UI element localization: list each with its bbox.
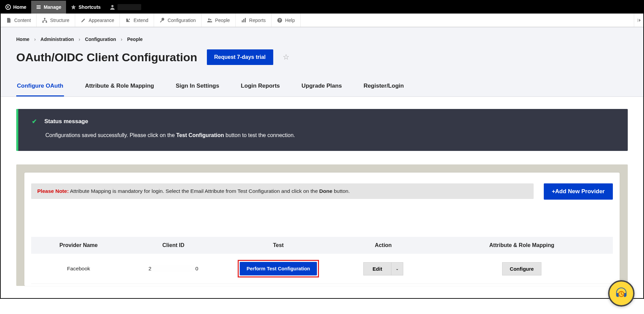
breadcrumb-people[interactable]: People	[127, 37, 143, 42]
test-button-highlight: Perform Test Configuration	[238, 260, 319, 277]
svg-rect-8	[243, 19, 244, 22]
page-header-region: Home › Administration › Configuration › …	[1, 27, 643, 97]
cell-test: Perform Test Configuration	[224, 260, 332, 277]
breadcrumb-sep: ›	[121, 37, 123, 42]
th-test: Test	[224, 242, 332, 248]
toolbar-configuration-label: Configuration	[168, 18, 196, 23]
providers-table: Provider Name Client ID Test Action Attr…	[31, 237, 613, 284]
favorite-star-icon[interactable]: ☆	[283, 53, 289, 62]
svg-point-1	[111, 5, 113, 7]
perform-test-configuration-button[interactable]: Perform Test Configuration	[240, 262, 317, 275]
toolbar-structure-label: Structure	[50, 18, 69, 23]
status-body: Configurations saved successfully. Pleas…	[32, 131, 614, 139]
breadcrumb-admin[interactable]: Administration	[41, 37, 74, 42]
toolbar-appearance-label: Appearance	[89, 18, 114, 23]
topbar-shortcuts[interactable]: Shortcuts	[66, 1, 105, 14]
toolbar-content[interactable]: Content	[1, 14, 37, 27]
toolbar-help[interactable]: ? Help	[272, 14, 301, 27]
topbar-manage-label: Manage	[44, 4, 61, 10]
file-icon	[6, 18, 12, 23]
note-text-post: button.	[332, 188, 350, 194]
request-trial-button[interactable]: Request 7-days trial	[207, 49, 273, 65]
toolbar-extend[interactable]: Extend	[120, 14, 154, 27]
edit-split-button: Edit ⌄	[363, 262, 403, 275]
tab-signin-settings[interactable]: Sign In Settings	[175, 78, 220, 96]
th-action: Action	[332, 242, 434, 248]
status-body-pre: Configurations saved successfully. Pleas…	[45, 132, 176, 138]
puzzle-icon	[125, 18, 131, 23]
local-tabs: Configure OAuth Attribute & Role Mapping…	[16, 78, 628, 96]
status-message-box: ✔ Status message Configurations saved su…	[16, 109, 628, 151]
svg-rect-9	[245, 18, 246, 22]
structure-icon	[42, 18, 47, 23]
back-circle-icon	[5, 4, 11, 10]
svg-rect-4	[46, 21, 47, 23]
add-new-provider-button[interactable]: +Add New Provider	[544, 183, 613, 200]
main-content: ✔ Status message Configurations saved su…	[1, 97, 643, 298]
toolbar-extend-label: Extend	[133, 18, 148, 23]
breadcrumb-sep: ›	[79, 37, 80, 42]
client-id-suffix: 0	[195, 266, 198, 272]
th-attr-mapping: Attribute & Role Mapping	[434, 242, 609, 248]
chevron-down-icon: ⌄	[395, 266, 399, 271]
tab-upgrade-plans[interactable]: Upgrade Plans	[301, 78, 343, 96]
card-outer: Please Note: Attribute Mapping is mandat…	[16, 164, 628, 286]
tab-register-login[interactable]: Register/Login	[363, 78, 405, 96]
cell-attr-mapping: Configure	[434, 262, 609, 275]
edit-dropdown-toggle[interactable]: ⌄	[391, 262, 403, 275]
star-icon	[71, 4, 76, 10]
wrench-icon	[159, 18, 165, 23]
status-title: Status message	[44, 118, 88, 125]
svg-point-0	[6, 5, 10, 9]
please-note-box: Please Note: Attribute Mapping is mandat…	[31, 183, 534, 199]
note-label: Please Note:	[37, 188, 69, 194]
tab-configure-oauth[interactable]: Configure OAuth	[16, 78, 64, 96]
table-header-row: Provider Name Client ID Test Action Attr…	[31, 237, 613, 254]
toolbar-reports-label: Reports	[249, 18, 266, 23]
bar-chart-icon	[241, 18, 246, 23]
paintbrush-icon	[81, 18, 86, 23]
topbar-back-home[interactable]: Home	[1, 1, 31, 14]
hamburger-icon	[36, 4, 41, 10]
configure-mapping-button[interactable]: Configure	[502, 262, 542, 275]
status-body-bold: Test Configuration	[176, 132, 224, 138]
user-name-redacted	[117, 4, 141, 10]
note-bold: Done	[319, 188, 332, 194]
svg-point-6	[210, 19, 211, 20]
toolbar-appearance[interactable]: Appearance	[75, 14, 120, 27]
toolbar-configuration[interactable]: Configuration	[154, 14, 201, 27]
svg-rect-7	[242, 20, 243, 22]
toolbar-content-label: Content	[14, 18, 31, 23]
edit-button[interactable]: Edit	[363, 262, 391, 275]
toolbar-structure[interactable]: Structure	[37, 14, 75, 27]
tab-attribute-mapping[interactable]: Attribute & Role Mapping	[84, 78, 155, 96]
admin-topbar: Home Manage Shortcuts	[1, 1, 643, 14]
breadcrumb-home[interactable]: Home	[16, 37, 29, 42]
breadcrumb: Home › Administration › Configuration › …	[16, 37, 628, 42]
topbar-user[interactable]	[105, 1, 145, 14]
topbar-home-label: Home	[13, 4, 26, 10]
topbar-manage[interactable]: Manage	[31, 1, 66, 14]
toolbar-people[interactable]: People	[201, 14, 236, 27]
tab-login-reports[interactable]: Login Reports	[240, 78, 280, 96]
th-client-id: Client ID	[123, 242, 224, 248]
cell-provider-name: Facebook	[35, 266, 123, 272]
headset-icon	[614, 286, 629, 299]
page-title: OAuth/OIDC Client Configuration	[16, 51, 197, 64]
collapse-arrow-icon	[637, 18, 641, 23]
client-id-prefix: 2	[148, 266, 151, 272]
table-row: Facebook 2 0 Perform Test Configuration	[31, 254, 613, 284]
toolbar-collapse-handle[interactable]	[634, 14, 643, 27]
note-text-pre: Attribute Mapping is mandatory for login…	[69, 188, 319, 194]
th-provider-name: Provider Name	[35, 242, 123, 248]
user-icon	[109, 4, 115, 10]
cell-action: Edit ⌄	[332, 262, 434, 275]
svg-point-5	[208, 18, 210, 20]
svg-text:?: ?	[279, 19, 281, 22]
cell-client-id: 2 0	[123, 265, 224, 272]
breadcrumb-config[interactable]: Configuration	[85, 37, 116, 42]
client-id-redacted	[151, 265, 195, 272]
topbar-shortcuts-label: Shortcuts	[79, 4, 101, 10]
toolbar-reports[interactable]: Reports	[236, 14, 272, 27]
people-icon	[207, 18, 212, 23]
